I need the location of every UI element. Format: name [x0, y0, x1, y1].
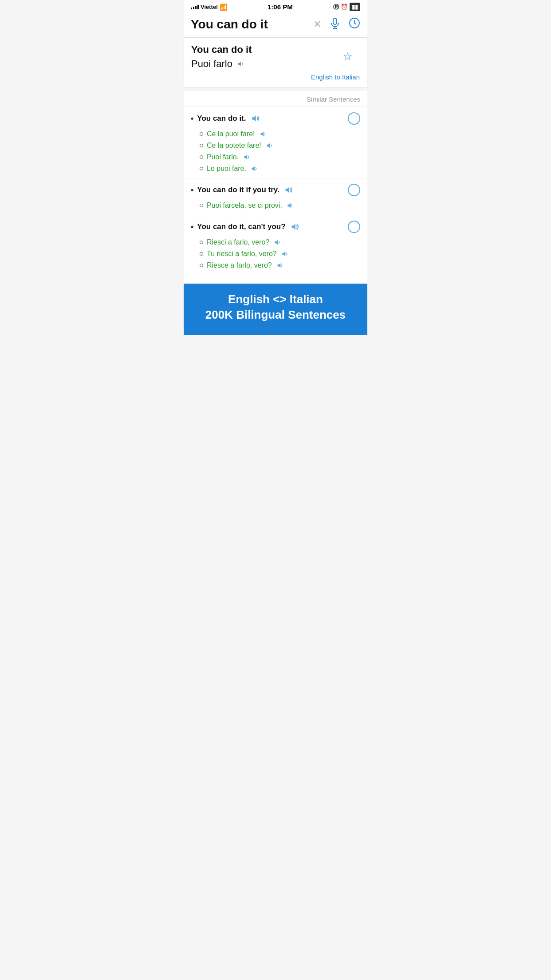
sub-text-1-2: Ce la potete fare!	[207, 142, 261, 150]
sub-text-3-3: Riesce a farlo, vero?	[207, 261, 272, 269]
at-icon: Ⓡ	[333, 3, 339, 11]
alarm-icon: ⏰	[341, 4, 348, 10]
main-text-3: You can do it, can't you?	[197, 222, 285, 231]
target-speaker-button[interactable]	[236, 60, 244, 68]
translation-card: You can do it Puoi farlo English to Ital…	[184, 37, 367, 87]
status-bar: Viettel 📶 1:06 PM Ⓡ ⏰ ▮▮	[184, 0, 367, 13]
sub-bullet	[200, 241, 203, 244]
bullet-3: •	[191, 222, 193, 232]
translation-target-row: Puoi farlo	[191, 58, 360, 70]
main-sentence-3-left: • You can do it, can't you?	[191, 222, 348, 232]
bullet-1: •	[191, 114, 193, 123]
speaker-2[interactable]	[283, 185, 293, 195]
sentence-group-1: • You can do it. Ce la puoi fare!	[184, 107, 367, 178]
sub-bullet	[200, 132, 203, 136]
main-sentence-2: • You can do it if you try.	[191, 184, 360, 196]
sub-bullet	[200, 155, 203, 159]
status-left: Viettel 📶	[191, 4, 227, 11]
header-title: You can do it	[191, 17, 313, 32]
header: You can do it ✕	[184, 13, 367, 37]
svg-marker-12	[291, 224, 295, 230]
sub-sentence-3-2: Tu riesci a farlo, vero?	[191, 248, 360, 260]
sub-speaker-1-4[interactable]	[250, 165, 258, 173]
sub-sentence-1-4: Lo puoi fare.	[191, 163, 360, 174]
speaker-3[interactable]	[289, 222, 299, 232]
svg-marker-6	[260, 132, 264, 137]
svg-marker-15	[277, 263, 280, 268]
sentence-group-2: • You can do it if you try. Puoi farcela…	[184, 178, 367, 215]
target-text: Puoi farlo	[191, 58, 232, 70]
sub-bullet	[200, 144, 203, 147]
sub-bullet	[200, 204, 203, 207]
main-sentence-1: • You can do it.	[191, 112, 360, 125]
svg-marker-9	[252, 166, 255, 171]
sub-sentence-2-1: Puoi farcela, se ci provi.	[191, 200, 360, 211]
svg-marker-8	[244, 155, 248, 160]
sub-speaker-3-2[interactable]	[280, 250, 288, 258]
speaker-1[interactable]	[250, 114, 260, 123]
sub-speaker-3-3[interactable]	[276, 261, 283, 269]
sub-text-1-3: Puoi farlo.	[207, 153, 239, 161]
status-time: 1:06 PM	[268, 3, 293, 11]
language-label[interactable]: English to Italian	[191, 73, 360, 81]
sub-speaker-1-3[interactable]	[242, 153, 250, 161]
banner-line2: 200K Bilingual Sentences	[191, 308, 360, 322]
svg-marker-10	[285, 187, 289, 193]
banner-line1: English <> Italian	[191, 292, 360, 306]
svg-marker-13	[275, 240, 278, 245]
sub-bullet	[200, 264, 203, 267]
main-sentence-3: • You can do it, can't you?	[191, 221, 360, 233]
sub-text-3-1: Riesci a farlo, vero?	[207, 238, 269, 246]
main-sentence-2-left: • You can do it if you try.	[191, 185, 348, 195]
main-sentence-1-left: • You can do it.	[191, 114, 348, 123]
sub-bullet	[200, 252, 203, 256]
main-text-2: You can do it if you try.	[197, 186, 279, 194]
radio-1[interactable]	[348, 112, 360, 125]
battery-icon: ▮▮	[350, 3, 360, 11]
similar-header: Similar Sentences	[184, 91, 367, 107]
sub-sentence-1-1: Ce la puoi fare!	[191, 128, 360, 140]
microphone-button[interactable]	[329, 17, 341, 32]
header-icons: ✕	[313, 17, 360, 32]
close-button[interactable]: ✕	[313, 19, 321, 30]
sub-sentence-1-2: Ce la potete fare!	[191, 140, 360, 151]
sub-text-1-4: Lo puoi fare.	[207, 165, 246, 173]
svg-marker-11	[287, 203, 291, 208]
signal-bars	[191, 5, 199, 9]
bullet-2: •	[191, 186, 193, 195]
sub-speaker-2-1[interactable]	[286, 202, 294, 209]
sub-sentence-3-1: Riesci a farlo, vero?	[191, 237, 360, 248]
bottom-banner[interactable]: English <> Italian 200K Bilingual Senten…	[184, 284, 367, 335]
sentence-group-3: • You can do it, can't you? Riesci a far…	[184, 215, 367, 275]
history-button[interactable]	[349, 17, 360, 32]
wifi-icon: 📶	[220, 4, 227, 11]
main-text-1: You can do it.	[197, 114, 246, 123]
svg-marker-7	[267, 143, 270, 148]
sub-text-1-1: Ce la puoi fare!	[207, 130, 255, 138]
svg-rect-0	[333, 18, 337, 24]
translation-card-inner: You can do it Puoi farlo English to Ital…	[191, 44, 360, 81]
sub-sentence-3-3: Riesce a farlo, vero?	[191, 260, 360, 271]
sub-text-3-2: Tu riesci a farlo, vero?	[207, 250, 277, 258]
status-right: Ⓡ ⏰ ▮▮	[333, 3, 360, 11]
similar-section: Similar Sentences • You can do it. Ce la…	[184, 91, 367, 284]
radio-3[interactable]	[348, 221, 360, 233]
carrier: Viettel	[201, 4, 218, 10]
sub-bullet	[200, 167, 203, 170]
sub-speaker-1-2[interactable]	[265, 142, 273, 150]
sub-speaker-1-1[interactable]	[259, 130, 267, 138]
svg-marker-4	[238, 62, 241, 67]
svg-marker-5	[252, 116, 256, 122]
favorite-button[interactable]: ☆	[343, 50, 353, 63]
sub-speaker-3-1[interactable]	[273, 238, 281, 246]
svg-marker-14	[282, 252, 285, 257]
radio-2[interactable]	[348, 184, 360, 196]
source-text: You can do it	[191, 44, 360, 55]
sub-sentence-1-3: Puoi farlo.	[191, 151, 360, 163]
sub-text-2-1: Puoi farcela, se ci provi.	[207, 202, 282, 209]
